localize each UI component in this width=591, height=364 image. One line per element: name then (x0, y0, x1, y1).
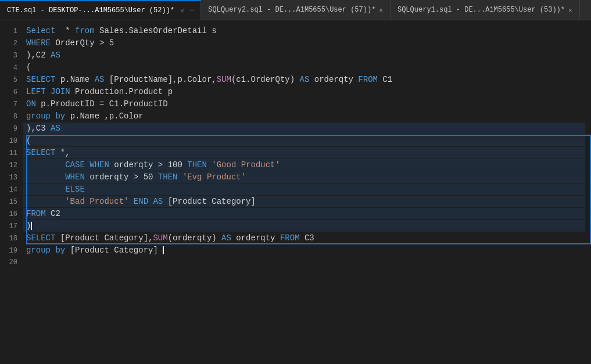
line-code: SELECT [Product Category],SUM(orderqty) … (23, 232, 585, 244)
token-plain: [Product Category], (55, 233, 153, 243)
line-number: 15 (0, 196, 23, 208)
token-kw: AS (153, 197, 163, 206)
token-plain: (orderqty) (168, 233, 221, 243)
code-line: 13 WHEN orderqty > 50 THEN 'Evg Product' (0, 171, 591, 183)
tab-bar: CTE.sql - DESKTOP-...A1M5655\User (52))*… (0, 0, 591, 20)
token-plain: ( (26, 136, 31, 145)
token-kw: THEN (158, 172, 178, 182)
token-plain: ),C2 (26, 51, 51, 60)
code-line: 16FROM C2 (0, 208, 591, 220)
code-line: 20 (0, 257, 591, 268)
token-plain: (c1.OrderQty) (231, 75, 300, 84)
token-plain: *, (55, 148, 70, 157)
code-line: 1Select * from Sales.SalesOrderDetail s (0, 25, 591, 37)
tab-sqlquery1[interactable]: SQLQuery1.sql - DE...A1M5655\User (53))*… (391, 0, 580, 20)
token-kw: FROM (358, 75, 378, 84)
tab-cte-pin: ― (190, 8, 194, 14)
line-code: group by [Product Category] (23, 244, 585, 256)
tab-sqlquery2-label: SQLQuery2.sql - DE...A1M5655\User (57))* (208, 6, 375, 14)
token-plain (26, 185, 65, 194)
token-plain: * (55, 26, 75, 35)
code-line: 11SELECT *, (0, 147, 591, 159)
token-kw: WHERE (26, 38, 51, 48)
line-code: LEFT JOIN Production.Product p (23, 86, 585, 98)
token-kw: group (26, 111, 51, 121)
token-kw: from (75, 26, 95, 35)
tab-cte-separator: ✕ (180, 6, 184, 15)
line-code: ),C3 AS (23, 122, 585, 134)
line-number: 6 (0, 87, 23, 98)
token-kw: SELECT (26, 75, 55, 84)
tab-sqlquery2[interactable]: SQLQuery2.sql - DE...A1M5655\User (57))*… (201, 0, 391, 20)
code-line: 19group by [Product Category] (0, 244, 591, 257)
token-plain: [ProductName],p.Color, (104, 75, 216, 84)
code-line: 7ON p.ProductID = C1.ProductID (0, 98, 591, 110)
token-kw: LEFT (26, 87, 46, 96)
line-code: 'Bad Product' END AS [Product Category] (23, 196, 585, 207)
line-code: ( (23, 135, 585, 146)
line-number: 14 (0, 184, 23, 196)
line-code: ),C2 AS (23, 49, 585, 61)
line-code: group by p.Name ,p.Color (23, 110, 585, 122)
token-kw: ON (26, 99, 36, 109)
token-plain: C3 (300, 233, 314, 243)
token-plain (85, 160, 89, 170)
token-kw: by (55, 111, 65, 121)
token-txt: 'Bad Product' (65, 197, 128, 206)
token-kw: AS (95, 75, 105, 84)
token-plain: orderqty (309, 75, 358, 84)
token-kw: JOIN (51, 87, 70, 96)
line-code: ( (23, 62, 585, 73)
line-number: 20 (0, 257, 23, 268)
line-code: WHEN orderqty > 50 THEN 'Evg Product' (23, 171, 585, 183)
token-plain: ) (26, 221, 31, 230)
token-kw: SELECT (26, 148, 55, 157)
token-kw: by (55, 246, 65, 255)
line-number: 13 (0, 172, 23, 183)
code-line: 9),C3 AS (0, 122, 591, 135)
line-code: ON p.ProductID = C1.ProductID (23, 98, 585, 110)
token-kw: END (134, 197, 148, 206)
line-number: 2 (0, 38, 23, 49)
line-code: SELECT *, (23, 147, 585, 158)
token-plain: C1 (378, 75, 392, 84)
token-kw: WHEN (89, 160, 109, 170)
code-line: 2WHERE OrderQty > 5 (0, 37, 591, 49)
token-kw: Select (26, 26, 55, 35)
token-plain (46, 87, 51, 96)
token-kw: CASE (65, 160, 85, 170)
tab-sqlquery1-close[interactable]: ✕ (568, 6, 572, 14)
line-number: 18 (0, 233, 23, 244)
token-plain: [Product Category] (65, 246, 163, 255)
token-plain (26, 197, 65, 206)
line-number: 7 (0, 99, 23, 110)
code-line: 10( (0, 135, 591, 147)
line-number: 8 (0, 111, 23, 122)
code-line: 8group by p.Name ,p.Color (0, 110, 591, 122)
code-line: 4( (0, 62, 591, 74)
token-kw: AS (51, 124, 60, 133)
editor: 1Select * from Sales.SalesOrderDetail s2… (0, 20, 591, 364)
token-kw: ELSE (65, 185, 85, 194)
token-plain (177, 172, 182, 182)
line-number: 9 (0, 123, 23, 135)
line-code: CASE WHEN orderqty > 100 THEN 'Good Prod… (23, 159, 585, 171)
token-txt: 'Evg Product' (182, 172, 246, 182)
tab-sqlquery1-label: SQLQuery1.sql - DE...A1M5655\User (53))* (397, 6, 565, 14)
code-line: 18SELECT [Product Category],SUM(orderqty… (0, 232, 591, 244)
token-plain (26, 160, 65, 170)
token-kw: SELECT (26, 233, 55, 243)
token-kw: THEN (187, 160, 207, 170)
tab-sqlquery2-close[interactable]: ✕ (379, 6, 383, 14)
token-plain: orderqty > 50 (85, 172, 158, 182)
line-code: FROM C2 (23, 208, 585, 219)
token-kw: AS (221, 233, 231, 243)
token-plain: orderqty (231, 233, 280, 243)
token-kw: AS (51, 51, 60, 60)
code-line: 6LEFT JOIN Production.Product p (0, 86, 591, 98)
token-plain: ( (26, 63, 31, 72)
tab-cte-label: CTE.sql - DESKTOP-...A1M5655\User (52))* (7, 6, 174, 15)
line-number: 16 (0, 208, 23, 220)
token-plain: p.Name (55, 75, 94, 84)
tab-cte[interactable]: CTE.sql - DESKTOP-...A1M5655\User (52))*… (0, 0, 201, 20)
